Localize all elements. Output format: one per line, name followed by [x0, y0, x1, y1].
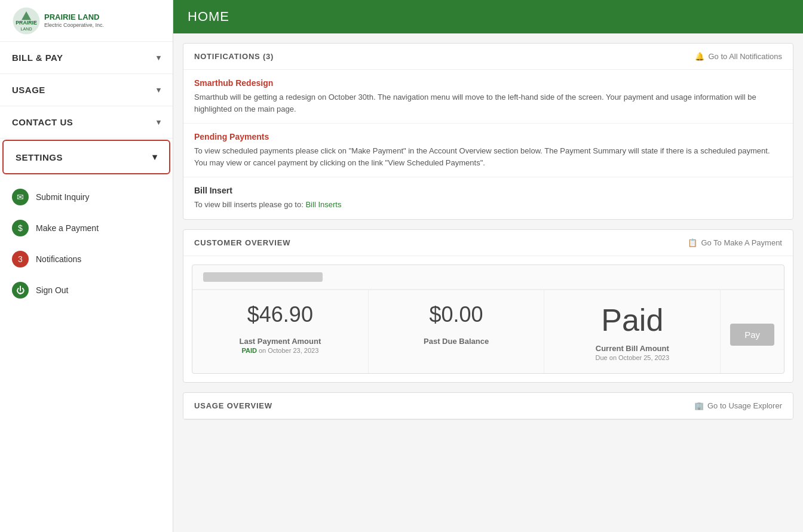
signout-icon: ⏻ [12, 282, 29, 299]
logo-text-block: PRAIRIE LAND Electric Cooperative, Inc. [44, 13, 104, 28]
notification-bill-insert: Bill Insert To view bill inserts please … [183, 177, 793, 219]
quick-link-sign-out[interactable]: ⏻ Sign Out [0, 275, 173, 306]
page-title: HOME [188, 9, 229, 24]
prairie-land-logo-icon: PRAIRIE LAND [12, 7, 41, 35]
account-name-blurred [203, 272, 323, 282]
usage-overview-section: USAGE OVERVIEW 🏢 Go to Usage Explorer [183, 392, 793, 420]
notifications-label: Notifications [36, 254, 81, 264]
payment-icon: $ [12, 220, 29, 236]
pay-button-cell: Pay [721, 290, 784, 373]
chevron-down-icon: ▾ [157, 53, 161, 62]
logo-subtitle: Electric Cooperative, Inc. [44, 22, 104, 29]
notification-title-smarthub: Smarthub Redesign [194, 78, 782, 88]
notification-text-pending: To view scheduled payments please click … [194, 145, 782, 168]
payment-grid: $46.90 Last Payment Amount PAID on Octob… [192, 290, 784, 373]
last-payment-amount: $46.90 [202, 302, 358, 327]
go-to-all-notifications-button[interactable]: 🔔 Go to All Notifications [695, 52, 782, 61]
last-payment-status-date: PAID on October 23, 2023 [202, 347, 358, 354]
submit-inquiry-label: Submit Inquiry [36, 192, 89, 202]
past-due-cell: $0.00 Past Due Balance [369, 290, 545, 373]
notification-title-bill-insert: Bill Insert [194, 186, 782, 195]
chevron-down-icon: ▾ [157, 85, 161, 94]
logo-title: PRAIRIE LAND [44, 13, 104, 22]
notification-pending-payments: Pending Payments To view scheduled payme… [183, 124, 793, 177]
go-to-all-notifications-label: Go to All Notifications [708, 52, 782, 61]
main-content: HOME NOTIFICATIONS (3) 🔔 Go to All Notif… [173, 0, 803, 532]
last-payment-status: PAID [241, 347, 256, 354]
clipboard-icon: 📋 [688, 238, 697, 247]
notification-text-bill-insert: To view bill inserts please go to: Bill … [194, 199, 782, 211]
last-payment-cell: $46.90 Last Payment Amount PAID on Octob… [192, 290, 369, 373]
go-to-usage-explorer-button[interactable]: 🏢 Go to Usage Explorer [694, 401, 782, 410]
bell-icon: 🔔 [695, 52, 704, 61]
email-icon: ✉ [12, 189, 29, 205]
customer-overview-header: CUSTOMER OVERVIEW 📋 Go To Make A Payment [183, 230, 793, 256]
logo-area: PRAIRIE LAND PRAIRIE LAND Electric Coope… [0, 0, 173, 42]
nav-item-bill-pay[interactable]: BILL & PAY ▾ [0, 42, 173, 74]
customer-overview-section: CUSTOMER OVERVIEW 📋 Go To Make A Payment… [183, 229, 793, 383]
current-bill-cell: Paid Current Bill Amount Due on October … [544, 290, 721, 373]
nav-contact-label: CONTACT US [12, 117, 73, 127]
bill-insert-prefix: To view bill inserts please go to: [194, 200, 305, 209]
nav-item-settings[interactable]: SETTINGS ▾ [2, 140, 170, 174]
current-bill-due: Due on October 25, 2023 [554, 354, 710, 361]
logo: PRAIRIE LAND PRAIRIE LAND Electric Coope… [12, 7, 104, 35]
quick-link-submit-inquiry[interactable]: ✉ Submit Inquiry [0, 182, 173, 213]
usage-overview-header: USAGE OVERVIEW 🏢 Go to Usage Explorer [183, 393, 793, 419]
notification-title-pending: Pending Payments [194, 132, 782, 142]
customer-overview-title: CUSTOMER OVERVIEW [194, 238, 290, 247]
pay-button[interactable]: Pay [730, 324, 774, 346]
nav-item-usage[interactable]: USAGE ▾ [0, 74, 173, 106]
past-due-amount: $0.00 [378, 302, 535, 327]
nav-item-contact-us[interactable]: CONTACT US ▾ [0, 106, 173, 139]
last-payment-label: Last Payment Amount [202, 337, 358, 346]
notification-smarthub-redesign: Smarthub Redesign Smarthub will be getti… [183, 70, 793, 124]
usage-overview-title: USAGE OVERVIEW [194, 401, 272, 410]
current-bill-status: Paid [554, 302, 710, 338]
chevron-down-icon: ▾ [157, 118, 161, 127]
chevron-down-icon: ▾ [152, 152, 158, 162]
quick-links: ✉ Submit Inquiry $ Make a Payment 3 Noti… [0, 176, 173, 312]
notifications-title: NOTIFICATIONS (3) [194, 52, 274, 61]
go-to-make-payment-label: Go To Make A Payment [701, 238, 782, 247]
nav-bill-pay-label: BILL & PAY [12, 53, 63, 63]
svg-text:LAND: LAND [20, 26, 32, 32]
past-due-label: Past Due Balance [378, 337, 535, 346]
last-payment-date: on October 23, 2023 [259, 347, 318, 354]
notification-text-smarthub: Smarthub will be getting a redesign on O… [194, 91, 782, 115]
notifications-header: NOTIFICATIONS (3) 🔔 Go to All Notificati… [183, 44, 793, 70]
notifications-section: NOTIFICATIONS (3) 🔔 Go to All Notificati… [183, 43, 793, 220]
nav-settings-label: SETTINGS [16, 152, 63, 162]
svg-text:PRAIRIE: PRAIRIE [16, 20, 37, 26]
bill-inserts-link[interactable]: Bill Inserts [305, 200, 341, 209]
customer-card: $46.90 Last Payment Amount PAID on Octob… [192, 265, 784, 374]
current-bill-label: Current Bill Amount [554, 344, 710, 353]
make-payment-label: Make a Payment [36, 223, 99, 233]
page-header: HOME [173, 0, 803, 33]
sign-out-label: Sign Out [36, 285, 68, 295]
building-icon: 🏢 [694, 401, 704, 410]
quick-link-notifications[interactable]: 3 Notifications [0, 244, 173, 275]
account-name-area [192, 265, 784, 290]
notification-count-icon: 3 [12, 251, 29, 267]
go-to-usage-explorer-label: Go to Usage Explorer [707, 401, 782, 410]
go-to-make-payment-button[interactable]: 📋 Go To Make A Payment [688, 238, 782, 247]
sidebar: PRAIRIE LAND PRAIRIE LAND Electric Coope… [0, 0, 173, 532]
quick-link-make-payment[interactable]: $ Make a Payment [0, 213, 173, 244]
nav-usage-label: USAGE [12, 85, 45, 95]
content-area: NOTIFICATIONS (3) 🔔 Go to All Notificati… [173, 33, 803, 429]
